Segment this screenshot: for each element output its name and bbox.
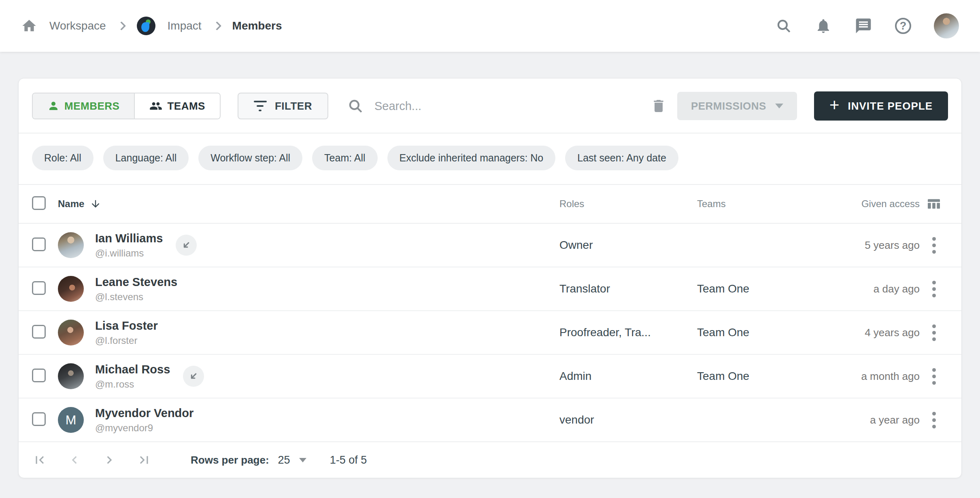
row-checkbox[interactable]: [32, 369, 46, 382]
row-checkbox[interactable]: [32, 325, 46, 339]
filter-chip[interactable]: Role: All: [32, 146, 94, 170]
filter-chip[interactable]: Language: All: [103, 146, 189, 170]
caret-down-icon: [775, 104, 783, 108]
member-given-access: a day ago: [818, 283, 920, 295]
member-roles: Proofreader, Tra...: [559, 326, 697, 339]
column-header-roles[interactable]: Roles: [559, 198, 697, 210]
member-roles: Translator: [559, 282, 697, 295]
next-page-icon[interactable]: [102, 452, 117, 468]
row-checkbox[interactable]: [32, 281, 46, 295]
breadcrumb-page: Members: [232, 19, 282, 32]
table-row[interactable]: Ian Williams @i.williams Owner 5 years a…: [19, 224, 961, 267]
chevron-right-icon: [117, 21, 126, 31]
member-username: @myvendor9: [95, 422, 193, 434]
project-icon[interactable]: [137, 17, 155, 35]
table-row[interactable]: Lisa Foster @l.forster Proofreader, Tra.…: [19, 311, 961, 355]
column-settings-icon[interactable]: [920, 196, 948, 212]
table-header: Name Roles Teams Given access: [19, 185, 961, 224]
avatar: [58, 232, 84, 258]
impersonate-arrow-badge[interactable]: [176, 235, 197, 256]
breadcrumb-project[interactable]: Impact: [168, 19, 202, 32]
tab-members[interactable]: MEMBERS: [33, 93, 135, 119]
member-name: Ian Williams: [95, 232, 163, 245]
help-icon[interactable]: ?: [895, 18, 911, 34]
member-roles: vendor: [559, 413, 697, 426]
table-row[interactable]: M Myvendor Vendor @myvendor9 vendor a ye…: [19, 398, 961, 442]
arrow-south-west-icon: [181, 239, 192, 251]
filter-button[interactable]: FILTER: [238, 93, 328, 119]
column-header-name[interactable]: Name: [58, 198, 559, 210]
member-roles: Owner: [559, 239, 697, 252]
row-checkbox[interactable]: [32, 237, 46, 251]
people-icon: [149, 100, 162, 112]
member-username: @m.ross: [95, 379, 170, 390]
filter-chip[interactable]: Workflow step: All: [198, 146, 302, 170]
member-name: Myvendor Vendor: [95, 407, 193, 420]
card-toolbar: MEMBERS TEAMS FILTER PERMISSIONS + INVIT…: [19, 78, 961, 134]
search-box: [347, 97, 646, 114]
column-header-given-access[interactable]: Given access: [818, 198, 920, 210]
pagination-range: 1-5 of 5: [330, 454, 367, 466]
chevron-right-icon: [212, 21, 221, 31]
avatar: M: [58, 407, 84, 433]
filter-chip[interactable]: Team: All: [312, 146, 377, 170]
impersonate-arrow-badge[interactable]: [183, 366, 204, 387]
breadcrumb-workspace[interactable]: Workspace: [49, 19, 106, 32]
top-navigation-bar: Workspace Impact Members ?: [0, 0, 980, 52]
previous-page-icon[interactable]: [67, 452, 82, 468]
row-menu-kebab[interactable]: [930, 322, 938, 343]
search-icon: [347, 97, 364, 114]
row-menu-kebab[interactable]: [930, 366, 938, 387]
column-header-teams[interactable]: Teams: [697, 198, 818, 210]
member-name: Leane Stevens: [95, 275, 177, 289]
first-page-icon[interactable]: [32, 452, 47, 468]
member-name: Lisa Foster: [95, 319, 158, 333]
pagination-bar: Rows per page: 25 1-5 of 5: [19, 442, 961, 478]
member-username: @l.stevens: [95, 291, 177, 303]
select-all-checkbox[interactable]: [32, 196, 46, 210]
invite-people-button[interactable]: + INVITE PEOPLE: [814, 91, 948, 121]
filter-icon: [254, 101, 267, 111]
caret-down-icon: [299, 458, 306, 462]
member-given-access: a month ago: [818, 370, 920, 383]
member-given-access: 5 years ago: [818, 239, 920, 252]
last-page-icon[interactable]: [136, 452, 152, 468]
tab-teams[interactable]: TEAMS: [135, 93, 220, 119]
arrow-south-west-icon: [188, 371, 199, 382]
member-given-access: 4 years ago: [818, 326, 920, 339]
chat-icon[interactable]: [855, 17, 872, 35]
row-menu-kebab[interactable]: [930, 278, 938, 300]
member-teams: Team One: [697, 326, 818, 339]
rows-per-page-label: Rows per page:: [191, 454, 269, 466]
sort-descending-icon: [90, 198, 101, 210]
member-username: @l.forster: [95, 335, 158, 346]
avatar: [58, 276, 84, 302]
home-icon[interactable]: [21, 18, 37, 34]
member-roles: Admin: [559, 370, 697, 383]
delete-trash-icon[interactable]: [650, 98, 667, 114]
user-avatar[interactable]: [934, 13, 959, 38]
avatar: [58, 363, 84, 389]
row-menu-kebab[interactable]: [930, 235, 938, 256]
search-icon[interactable]: [775, 17, 792, 34]
person-icon: [47, 100, 60, 112]
member-teams: Team One: [697, 370, 818, 383]
row-menu-kebab[interactable]: [930, 409, 938, 431]
avatar: [58, 320, 84, 345]
filter-chip[interactable]: Exclude inherited managers: No: [387, 146, 556, 170]
filter-chip[interactable]: Last seen: Any date: [565, 146, 678, 170]
table-row[interactable]: Leane Stevens @l.stevens Translator Team…: [19, 267, 961, 311]
notifications-bell-icon[interactable]: [815, 17, 832, 34]
member-teams: Team One: [697, 282, 818, 295]
member-username: @i.williams: [95, 248, 163, 259]
rows-per-page-select[interactable]: 25: [278, 454, 306, 466]
filter-chips-row: Role: AllLanguage: AllWorkflow step: All…: [19, 134, 961, 185]
search-input[interactable]: [374, 100, 646, 113]
members-card: MEMBERS TEAMS FILTER PERMISSIONS + INVIT…: [18, 78, 962, 478]
table-body: Ian Williams @i.williams Owner 5 years a…: [19, 224, 961, 442]
permissions-button[interactable]: PERMISSIONS: [677, 92, 797, 120]
members-teams-toggle: MEMBERS TEAMS: [32, 93, 221, 119]
table-row[interactable]: Michael Ross @m.ross Admin Team One a mo…: [19, 355, 961, 398]
row-checkbox[interactable]: [32, 412, 46, 426]
member-given-access: a year ago: [818, 414, 920, 426]
